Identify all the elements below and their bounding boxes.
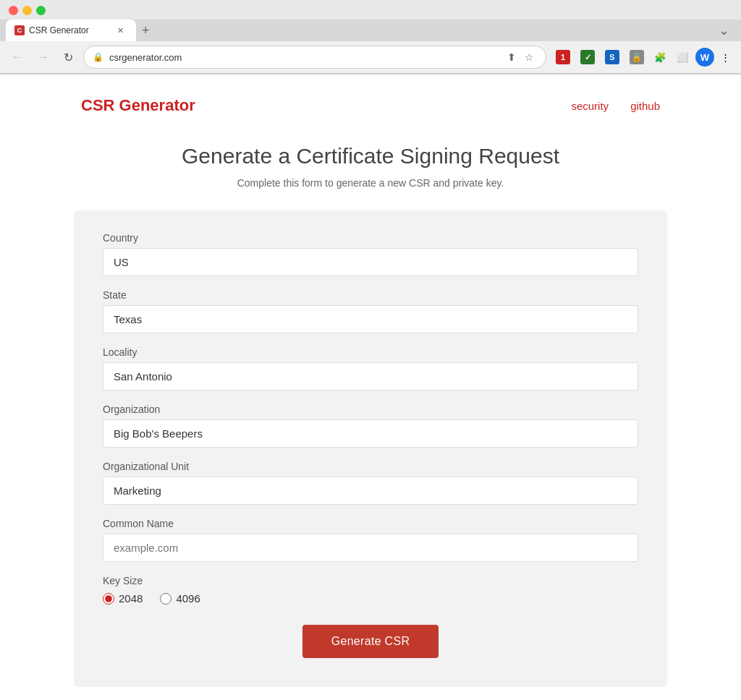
- ext-icon-4[interactable]: 🔒: [626, 47, 648, 67]
- csr-form-container: Country State Locality Organization Orga…: [74, 210, 667, 687]
- new-tab-button[interactable]: +: [136, 20, 156, 41]
- key-4096-option[interactable]: 4096: [160, 592, 200, 605]
- address-bar-container: 🔒 ⬆ ☆: [83, 46, 546, 69]
- reload-icon: ↻: [64, 51, 73, 64]
- common-name-group: Common Name: [103, 518, 638, 562]
- org-unit-input[interactable]: [103, 477, 638, 505]
- bookmark-button[interactable]: ☆: [522, 50, 537, 64]
- security-nav-link[interactable]: security: [571, 100, 609, 112]
- org-unit-group: Organizational Unit: [103, 461, 638, 505]
- lock-icon: 🔒: [93, 52, 103, 62]
- page-title: Generate a Certificate Signing Request: [74, 144, 667, 168]
- key-2048-radio[interactable]: [103, 593, 114, 605]
- back-button[interactable]: ←: [7, 48, 27, 67]
- title-bar: [0, 0, 741, 20]
- puzzle-icon: 🧩: [654, 52, 666, 63]
- back-icon: ←: [12, 51, 23, 64]
- locality-label: Locality: [103, 346, 638, 358]
- ext-badge-4: 🔒: [630, 50, 644, 64]
- maximize-window-button[interactable]: [36, 6, 46, 15]
- github-nav-link[interactable]: github: [630, 100, 660, 112]
- extensions-button[interactable]: 🧩: [651, 49, 670, 66]
- state-group: State: [103, 289, 638, 333]
- country-input[interactable]: [103, 248, 638, 276]
- organization-group: Organization: [103, 404, 638, 448]
- toolbar-bar: ← → ↻ 🔒 ⬆ ☆ 1 ✓ S: [0, 41, 741, 74]
- cast-button[interactable]: ⬜: [673, 49, 693, 66]
- state-label: State: [103, 289, 638, 301]
- tab-favicon: C: [14, 25, 25, 35]
- tab-menu-icon[interactable]: ⌄: [713, 20, 735, 41]
- ext-icon-3[interactable]: S: [601, 47, 623, 67]
- ext-badge-3: S: [605, 50, 619, 64]
- ext-icon-2[interactable]: ✓: [577, 47, 598, 67]
- ext-badge-1: 1: [556, 50, 570, 64]
- profile-button[interactable]: W: [695, 48, 714, 67]
- page-subtitle: Complete this form to generate a new CSR…: [74, 177, 667, 189]
- key-2048-option[interactable]: 2048: [103, 592, 143, 605]
- window-controls: [9, 6, 46, 15]
- cast-icon: ⬜: [677, 52, 689, 63]
- organization-input[interactable]: [103, 419, 638, 448]
- country-label: Country: [103, 232, 638, 244]
- page-content: CSR Generator security github Generate a…: [0, 74, 741, 700]
- ext-badge-2: ✓: [580, 50, 595, 64]
- country-group: Country: [103, 232, 638, 276]
- forward-icon: →: [38, 51, 49, 64]
- common-name-input[interactable]: [103, 534, 638, 562]
- browser-chrome: C CSR Generator ✕ + ⌄ ← → ↻ 🔒 ⬆ ☆ 1: [0, 0, 741, 74]
- active-tab[interactable]: C CSR Generator ✕: [6, 20, 136, 41]
- common-name-label: Common Name: [103, 518, 638, 529]
- organization-label: Organization: [103, 404, 638, 415]
- key-size-label: Key Size: [103, 575, 638, 586]
- locality-group: Locality: [103, 346, 638, 390]
- share-button[interactable]: ⬆: [504, 50, 519, 64]
- tabs-bar: C CSR Generator ✕ + ⌄: [0, 20, 741, 41]
- key-4096-radio[interactable]: [160, 593, 172, 605]
- key-4096-label: 4096: [176, 592, 200, 605]
- forward-button[interactable]: →: [33, 48, 54, 67]
- key-2048-label: 2048: [119, 592, 143, 605]
- close-window-button[interactable]: [9, 6, 18, 15]
- org-unit-label: Organizational Unit: [103, 461, 638, 472]
- tab-close-button[interactable]: ✕: [114, 25, 126, 36]
- main-content: Generate a Certificate Signing Request C…: [74, 144, 667, 687]
- menu-button[interactable]: ⋮: [717, 49, 734, 66]
- minimize-window-button[interactable]: [22, 6, 32, 15]
- tab-title: CSR Generator: [29, 25, 110, 35]
- generate-csr-button[interactable]: Generate CSR: [302, 625, 439, 658]
- key-size-options: 2048 4096: [103, 592, 638, 605]
- site-nav: security github: [571, 100, 660, 112]
- site-header: CSR Generator security github: [74, 96, 667, 115]
- browser-extensions: 1 ✓ S 🔒 🧩 ⬜ W ⋮: [552, 47, 734, 67]
- state-input[interactable]: [103, 305, 638, 333]
- reload-button[interactable]: ↻: [59, 48, 77, 67]
- site-logo[interactable]: CSR Generator: [81, 96, 195, 115]
- menu-icon: ⋮: [721, 52, 730, 63]
- address-actions: ⬆ ☆: [504, 50, 537, 64]
- locality-input[interactable]: [103, 362, 638, 390]
- ext-icon-1[interactable]: 1: [552, 47, 574, 67]
- key-size-group: Key Size 2048 4096: [103, 575, 638, 605]
- submit-btn-container: Generate CSR: [103, 625, 638, 658]
- address-input[interactable]: [109, 52, 499, 63]
